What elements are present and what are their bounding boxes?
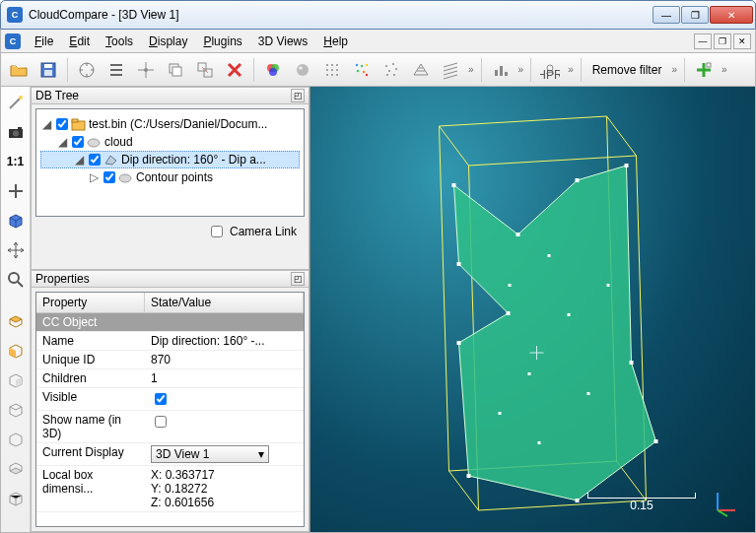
tree-item-checkbox[interactable] — [89, 154, 101, 166]
tree-item-checkbox[interactable] — [72, 136, 84, 148]
svg-rect-65 — [568, 313, 571, 316]
normals-button[interactable] — [289, 56, 316, 84]
minimize-button[interactable]: — — [653, 6, 680, 24]
menu-help[interactable]: Help — [315, 32, 356, 51]
pick-button[interactable] — [73, 56, 101, 84]
sf-button[interactable] — [348, 56, 376, 84]
svg-point-34 — [393, 74, 395, 76]
sparse-dots-icon — [381, 60, 401, 80]
folder-open-icon — [9, 60, 29, 80]
pick-rotation-center-button[interactable] — [4, 91, 28, 114]
iso-view-button[interactable] — [4, 179, 28, 203]
menu-display[interactable]: Display — [141, 32, 195, 51]
cube-blue-icon — [6, 211, 26, 231]
maximize-button[interactable]: ❐ — [681, 6, 709, 24]
list-button[interactable] — [103, 56, 130, 84]
translate-button[interactable] — [4, 238, 28, 262]
cross-section-button[interactable] — [690, 56, 718, 84]
mdi-close-button[interactable]: ✕ — [733, 33, 751, 49]
scale-1to1-button[interactable]: 1:1 — [4, 150, 28, 173]
tree-item[interactable]: ◢Dip direction: 160° - Dip a... — [40, 151, 300, 168]
dbtree-undock-button[interactable]: ◰ — [291, 89, 305, 102]
point-picking-button[interactable] — [132, 56, 160, 84]
toolbar-overflow-4[interactable]: » — [669, 64, 679, 75]
view-bottom-button[interactable] — [4, 457, 28, 481]
menu-plugins[interactable]: Plugins — [195, 32, 249, 51]
properties-table[interactable]: Property State/Value CC ObjectNameDip di… — [35, 292, 305, 527]
svg-rect-62 — [457, 262, 461, 266]
merge-button[interactable] — [191, 56, 219, 84]
mdi-minimize-button[interactable]: — — [694, 33, 712, 49]
svg-point-41 — [19, 96, 23, 100]
view-iso1-button[interactable] — [4, 487, 28, 510]
expand-toggle-icon[interactable]: ▷ — [88, 170, 100, 184]
expand-toggle-icon[interactable]: ◢ — [56, 135, 68, 149]
view-back-button[interactable] — [4, 368, 28, 392]
property-value: Dip direction: 160° -... — [151, 334, 265, 348]
scale-value: 0.15 — [587, 499, 696, 512]
svg-point-19 — [336, 69, 338, 71]
menu-edit[interactable]: Edit — [61, 32, 98, 51]
save-button[interactable] — [34, 56, 62, 84]
property-row: Children1 — [36, 369, 304, 388]
tree-item-checkbox[interactable] — [103, 171, 115, 183]
svg-rect-52 — [452, 183, 456, 187]
merge-icon — [195, 60, 215, 80]
octree-button[interactable] — [318, 56, 346, 84]
svg-rect-47 — [72, 119, 78, 122]
camera-button[interactable] — [4, 120, 28, 144]
close-button[interactable]: ✕ — [710, 6, 753, 24]
menu-tools[interactable]: Tools — [98, 32, 141, 51]
property-value: 870 — [151, 353, 171, 366]
svg-rect-56 — [630, 361, 634, 365]
colors-button[interactable] — [259, 56, 287, 84]
tree-item[interactable]: ▷Contour points — [40, 168, 300, 186]
property-checkbox[interactable] — [155, 416, 167, 428]
3d-viewport[interactable]: 0.15 — [310, 87, 755, 532]
toolbar-overflow-3[interactable]: » — [566, 64, 576, 75]
filter-button[interactable] — [437, 56, 464, 84]
property-checkbox[interactable] — [155, 393, 167, 405]
svg-rect-35 — [495, 70, 498, 76]
properties-header[interactable]: Properties ◰ — [31, 270, 309, 288]
wand-icon — [6, 93, 26, 112]
expand-toggle-icon[interactable]: ◢ — [40, 117, 52, 131]
view-right-button[interactable] — [4, 428, 28, 451]
camera-link-checkbox[interactable] — [211, 226, 223, 237]
view-left-button[interactable] — [4, 398, 28, 422]
subsample-button[interactable] — [378, 56, 405, 84]
scalar-field-icon — [352, 60, 372, 80]
tree-item[interactable]: ◢test.bin (C:/Users/Daniel/Docum... — [40, 115, 300, 133]
menu-3d-views[interactable]: 3D Views — [250, 32, 315, 51]
svg-rect-63 — [509, 284, 512, 287]
mesh-button[interactable] — [407, 56, 435, 84]
toolbar-overflow-5[interactable]: » — [720, 64, 729, 75]
view-front-button[interactable] — [4, 339, 28, 363]
tree-item-checkbox[interactable] — [56, 118, 68, 130]
menu-file[interactable]: File — [27, 32, 61, 51]
global-zoom-button[interactable] — [4, 209, 28, 233]
dbtree-header[interactable]: DB Tree ◰ — [31, 87, 309, 104]
toolbar-overflow-1[interactable]: » — [466, 64, 476, 75]
delete-button[interactable] — [221, 56, 248, 84]
expand-toggle-icon[interactable]: ◢ — [73, 153, 85, 167]
tree-item[interactable]: ◢cloud — [40, 133, 300, 151]
open-button[interactable] — [5, 56, 33, 84]
remove-filter-button[interactable]: Remove filter — [586, 60, 668, 80]
toolbar-overflow-2[interactable]: » — [516, 64, 526, 75]
hpr-button[interactable]: HPR — [536, 56, 564, 84]
app-icon-small: C — [5, 33, 21, 49]
clone-button[interactable] — [162, 56, 189, 84]
histogram-button[interactable] — [487, 56, 515, 84]
properties-undock-button[interactable]: ◰ — [291, 272, 305, 286]
mdi-restore-button[interactable]: ❐ — [714, 33, 731, 49]
svg-point-48 — [88, 139, 100, 147]
view-top-button[interactable] — [4, 309, 28, 333]
svg-point-30 — [392, 63, 394, 65]
camera-link-label: Camera Link — [230, 225, 297, 238]
property-key: Current Display — [36, 443, 145, 465]
db-tree[interactable]: ◢test.bin (C:/Users/Daniel/Docum...◢clou… — [35, 108, 305, 217]
cube-iso-icon — [6, 489, 26, 508]
magnify-button[interactable] — [4, 268, 28, 292]
property-select[interactable]: 3D View 1▾ — [151, 445, 269, 463]
